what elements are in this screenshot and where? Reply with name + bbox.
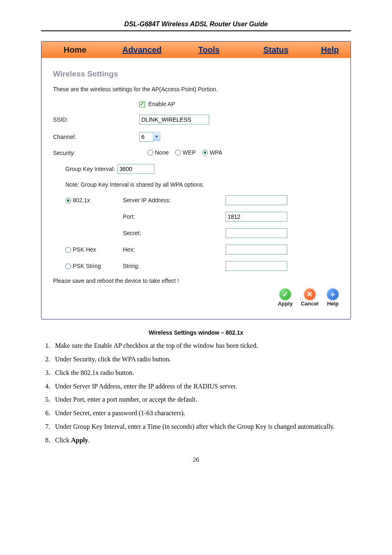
server-ip-label: Server IP Address: (123, 197, 226, 204)
row-port: Port: (53, 212, 339, 222)
radio-psk-hex[interactable] (65, 247, 71, 253)
port-input[interactable] (226, 212, 287, 222)
server-ip-input[interactable] (226, 195, 287, 205)
section-description: These are the wireless settings for the … (53, 86, 339, 92)
help-label: Help (327, 301, 339, 307)
gki-input[interactable] (118, 164, 154, 174)
security-wpa-label: WPA (210, 149, 222, 156)
gki-note: Note: Group Key Interval is shared by al… (53, 181, 339, 188)
channel-dropdown-button[interactable] (153, 132, 160, 141)
step-2: Under Security, click the WPA radio butt… (52, 355, 351, 364)
step-8-bold: Apply (71, 437, 88, 444)
action-bar: ✓ Apply ✕ Cancel ＋ Help (53, 284, 339, 307)
step-1: Make sure the Enable AP checkbox at the … (52, 342, 351, 350)
apply-button[interactable]: ✓ Apply (278, 288, 293, 307)
step-3: Click the 802.1x radio button. (52, 369, 351, 377)
tab-help[interactable]: Help (309, 42, 350, 58)
enable-ap-label: Enable AP (148, 101, 175, 107)
svg-marker-0 (155, 136, 158, 138)
channel-select[interactable] (139, 132, 153, 142)
header-rule (41, 30, 351, 31)
step-8-suffix: . (88, 437, 90, 444)
tab-home[interactable]: Home (42, 42, 108, 58)
row-psk-hex: PSK Hex Hex: (53, 245, 339, 254)
cancel-button[interactable]: ✕ Cancel (301, 288, 318, 307)
security-radio-none[interactable] (148, 150, 153, 155)
step-7: Under Group Key Interval, enter a Time (… (52, 423, 351, 431)
step-6: Under Secret, enter a password (1-63 cha… (52, 409, 351, 418)
security-wep-label: WEP (182, 149, 196, 156)
security-radio-wpa[interactable] (202, 150, 208, 155)
radio-psk-hex-label: PSK Hex (73, 246, 96, 253)
secret-input[interactable] (226, 228, 287, 238)
step-8-prefix: Click (55, 437, 71, 444)
content-area: Wireless Settings These are the wireless… (42, 58, 350, 319)
cancel-label: Cancel (301, 301, 318, 307)
nav-tabbar: Home Advanced Tools Status Help (42, 42, 350, 58)
row-secret: Secret: (53, 228, 339, 238)
help-button[interactable]: ＋ Help (327, 288, 339, 307)
secret-label: Secret: (123, 230, 226, 236)
step-5: Under Port, enter a port number, or acce… (52, 395, 351, 404)
page-number: 26 (41, 456, 351, 463)
row-enable-ap: Enable AP (53, 101, 339, 107)
enable-ap-checkbox[interactable] (139, 102, 145, 107)
gki-label: Group Key Interval: (65, 166, 115, 172)
row-ssid: SSID: (53, 115, 339, 125)
security-none-label: None (155, 149, 168, 156)
hex-input[interactable] (226, 245, 287, 254)
step-8: Click Apply. (52, 436, 351, 445)
step-4: Under Server IP Address, enter the IP ad… (52, 382, 351, 391)
row-security: Security: None WEP WPA (53, 149, 339, 157)
ssid-label: SSID: (53, 116, 139, 123)
row-psk-string: PSK String String: (53, 261, 339, 271)
tab-status[interactable]: Status (242, 42, 309, 58)
cancel-icon: ✕ (304, 288, 316, 301)
instruction-list: Make sure the Enable AP checkbox at the … (41, 342, 351, 444)
tab-advanced[interactable]: Advanced (108, 42, 175, 58)
figure-caption: Wireless Settings window – 802.1x (41, 329, 351, 336)
row-channel: Channel: (53, 132, 339, 142)
security-label: Security: (53, 150, 139, 156)
row-group-key-interval: Group Key Interval: (53, 164, 339, 174)
hex-label: Hex: (123, 246, 226, 253)
save-reboot-note: Please save and reboot the device to tak… (53, 278, 339, 284)
radio-8021x[interactable] (65, 198, 71, 204)
chevron-down-icon (154, 134, 159, 139)
radio-8021x-label: 802.1x (73, 197, 90, 204)
apply-icon: ✓ (279, 288, 291, 301)
apply-label: Apply (278, 301, 293, 307)
string-label: String: (123, 263, 226, 269)
channel-label: Channel: (53, 134, 139, 140)
string-input[interactable] (226, 261, 287, 271)
section-title: Wireless Settings (53, 69, 339, 79)
radio-psk-string-label: PSK String (73, 263, 101, 269)
page-header-title: DSL-G684T Wireless ADSL Router User Guid… (41, 21, 351, 30)
port-label: Port: (123, 213, 226, 220)
radio-psk-string[interactable] (65, 264, 71, 269)
tab-tools[interactable]: Tools (175, 42, 242, 58)
router-ui-panel: Home Advanced Tools Status Help Wireless… (41, 41, 351, 319)
security-radio-wep[interactable] (175, 150, 181, 155)
help-icon: ＋ (327, 288, 339, 301)
row-8021x-server-ip: 802.1x Server IP Address: (53, 195, 339, 205)
ssid-input[interactable] (139, 115, 209, 125)
